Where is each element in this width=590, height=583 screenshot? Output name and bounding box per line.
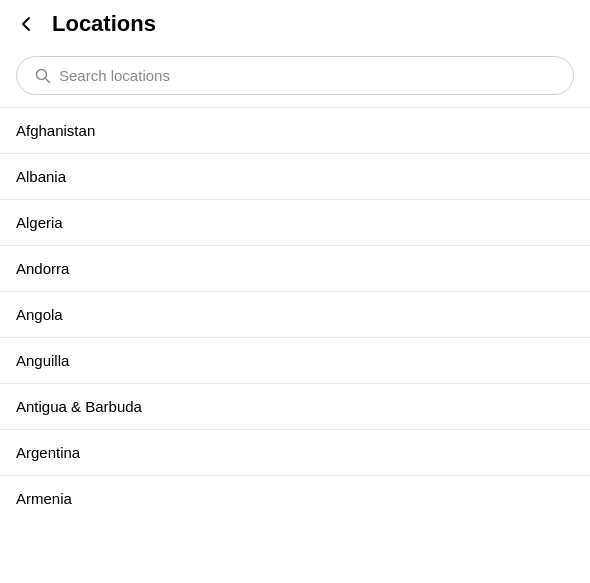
search-box[interactable]: Search locations bbox=[16, 56, 574, 95]
back-arrow-icon bbox=[16, 14, 36, 34]
search-placeholder: Search locations bbox=[59, 67, 170, 84]
page-title: Locations bbox=[52, 11, 156, 37]
header: Locations bbox=[0, 0, 590, 48]
svg-line-1 bbox=[46, 78, 50, 82]
location-list: AfghanistanAlbaniaAlgeriaAndorraAngolaAn… bbox=[0, 107, 590, 521]
list-item[interactable]: Argentina bbox=[0, 429, 590, 475]
list-item[interactable]: Armenia bbox=[0, 475, 590, 521]
page-container[interactable]: Locations Search locations AfghanistanAl… bbox=[0, 0, 590, 583]
list-item[interactable]: Anguilla bbox=[0, 337, 590, 383]
list-item[interactable]: Afghanistan bbox=[0, 107, 590, 153]
list-item[interactable]: Albania bbox=[0, 153, 590, 199]
list-item[interactable]: Algeria bbox=[0, 199, 590, 245]
search-container: Search locations bbox=[0, 48, 590, 107]
list-item[interactable]: Angola bbox=[0, 291, 590, 337]
list-item[interactable]: Andorra bbox=[0, 245, 590, 291]
search-icon bbox=[35, 68, 51, 84]
back-button[interactable] bbox=[12, 10, 40, 38]
list-item[interactable]: Antigua & Barbuda bbox=[0, 383, 590, 429]
